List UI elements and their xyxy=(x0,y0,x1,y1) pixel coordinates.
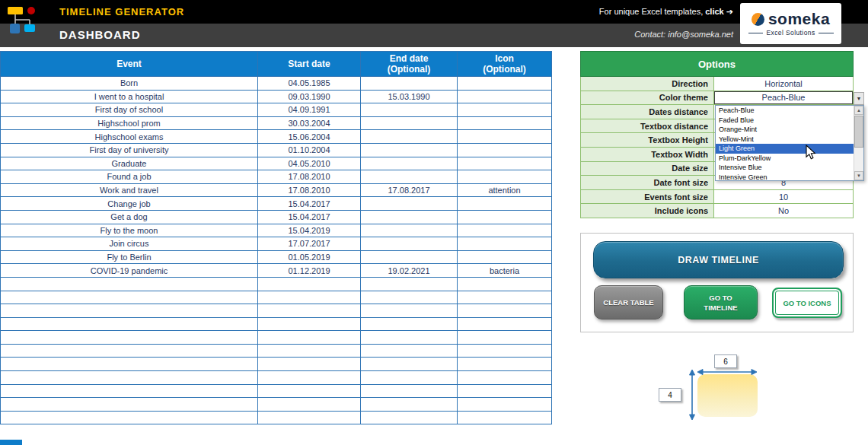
dropdown-item[interactable]: Light Green xyxy=(716,144,854,154)
dropdown-item[interactable]: Intensive Green xyxy=(716,173,854,183)
end-date-cell[interactable] xyxy=(361,371,458,385)
start-date-cell[interactable] xyxy=(258,411,361,424)
event-cell[interactable]: Change job xyxy=(1,197,258,211)
end-date-cell[interactable] xyxy=(361,224,458,237)
end-date-cell[interactable] xyxy=(361,358,458,371)
event-cell[interactable]: First day of university xyxy=(1,143,258,157)
start-date-cell[interactable]: 17.08.2010 xyxy=(258,183,361,197)
icon-cell[interactable] xyxy=(458,398,552,412)
end-date-cell[interactable] xyxy=(361,210,458,224)
event-cell[interactable] xyxy=(1,331,258,345)
event-cell[interactable]: COVID-19 pandemic xyxy=(1,264,258,278)
icon-cell[interactable] xyxy=(458,291,552,304)
scroll-down-button[interactable]: ▼ xyxy=(854,171,863,180)
event-cell[interactable] xyxy=(1,277,258,291)
icon-cell[interactable] xyxy=(458,277,552,291)
event-cell[interactable] xyxy=(1,358,258,371)
icon-cell[interactable] xyxy=(458,143,552,157)
someka-logo[interactable]: someka Excel Solutions xyxy=(740,3,841,44)
start-date-cell[interactable] xyxy=(258,344,361,358)
end-date-cell[interactable] xyxy=(361,331,458,345)
go-to-timeline-button[interactable]: GO TO TIMELINE xyxy=(684,285,758,319)
option-value-include-icons[interactable]: No xyxy=(714,204,854,218)
icon-cell[interactable] xyxy=(458,197,552,211)
icon-cell[interactable] xyxy=(458,250,552,264)
icon-cell[interactable]: attention xyxy=(458,183,552,197)
event-cell[interactable]: Join circus xyxy=(1,237,258,251)
start-date-cell[interactable] xyxy=(258,384,361,398)
event-cell[interactable] xyxy=(1,384,258,398)
start-date-cell[interactable] xyxy=(258,371,361,385)
end-date-cell[interactable] xyxy=(361,130,458,144)
event-cell[interactable]: Graduate xyxy=(1,157,258,170)
end-date-cell[interactable] xyxy=(361,277,458,291)
event-cell[interactable]: I went to a hospital xyxy=(1,90,258,103)
start-date-cell[interactable]: 04.05.1985 xyxy=(258,77,361,91)
icon-cell[interactable] xyxy=(458,103,552,117)
icon-cell[interactable] xyxy=(458,371,552,385)
draw-timeline-button[interactable]: DRAW TIMELINE xyxy=(593,241,844,278)
start-date-cell[interactable] xyxy=(258,317,361,331)
dropdown-scrollbar[interactable]: ▲ ▼ xyxy=(854,106,863,180)
end-date-cell[interactable]: 19.02.2021 xyxy=(361,264,458,278)
icon-cell[interactable] xyxy=(458,331,552,345)
end-date-cell[interactable] xyxy=(361,157,458,170)
event-cell[interactable] xyxy=(1,304,258,318)
icon-cell[interactable] xyxy=(458,358,552,371)
end-date-cell[interactable] xyxy=(361,250,458,264)
end-date-cell[interactable] xyxy=(361,103,458,117)
start-date-cell[interactable]: 15.04.2017 xyxy=(258,197,361,211)
end-date-cell[interactable] xyxy=(361,170,458,184)
clear-table-button[interactable]: CLEAR TABLE xyxy=(594,285,663,319)
dropdown-item[interactable]: Intensive Blue xyxy=(716,163,854,173)
icon-cell[interactable] xyxy=(458,90,552,103)
start-date-cell[interactable]: 15.04.2017 xyxy=(258,210,361,224)
event-cell[interactable] xyxy=(1,398,258,412)
option-value-color-theme[interactable]: Peach-Blue xyxy=(714,91,854,105)
event-cell[interactable]: First day of school xyxy=(1,103,258,117)
icon-cell[interactable] xyxy=(458,411,552,424)
event-cell[interactable]: Fly to the moon xyxy=(1,224,258,237)
start-date-cell[interactable]: 04.05.2010 xyxy=(258,157,361,170)
icon-cell[interactable]: bacteria xyxy=(458,264,552,278)
start-date-cell[interactable]: 17.08.2010 xyxy=(258,170,361,184)
icon-cell[interactable] xyxy=(458,384,552,398)
event-cell[interactable] xyxy=(1,344,258,358)
start-date-cell[interactable] xyxy=(258,304,361,318)
end-date-cell[interactable] xyxy=(361,317,458,331)
start-date-cell[interactable] xyxy=(258,331,361,345)
option-value-events-font-size[interactable]: 10 xyxy=(714,190,854,204)
dropdown-item[interactable]: Plum-DarkYellow xyxy=(716,154,854,164)
start-date-cell[interactable]: 09.03.1990 xyxy=(258,90,361,103)
promo-click-link[interactable]: click xyxy=(705,7,723,16)
icon-cell[interactable] xyxy=(458,344,552,358)
icon-cell[interactable] xyxy=(458,170,552,184)
option-value-direction[interactable]: Horizontal xyxy=(714,77,854,91)
event-cell[interactable]: Born xyxy=(1,77,258,91)
end-date-cell[interactable] xyxy=(361,384,458,398)
event-cell[interactable]: Highschool prom xyxy=(1,116,258,130)
icon-cell[interactable] xyxy=(458,224,552,237)
dropdown-item[interactable]: Faded Blue xyxy=(716,116,854,126)
icon-cell[interactable] xyxy=(458,237,552,251)
dropdown-item[interactable]: Peach-Blue xyxy=(716,106,854,116)
start-date-cell[interactable]: 30.03.2004 xyxy=(258,116,361,130)
end-date-cell[interactable] xyxy=(361,197,458,211)
end-date-cell[interactable] xyxy=(361,304,458,318)
start-date-cell[interactable] xyxy=(258,277,361,291)
icon-cell[interactable] xyxy=(458,304,552,318)
icon-cell[interactable] xyxy=(458,77,552,91)
event-cell[interactable] xyxy=(1,411,258,424)
scroll-thumb[interactable] xyxy=(854,116,863,148)
icon-cell[interactable] xyxy=(458,116,552,130)
end-date-cell[interactable]: 15.03.1990 xyxy=(361,90,458,103)
start-date-cell[interactable]: 01.10.2004 xyxy=(258,143,361,157)
event-cell[interactable] xyxy=(1,291,258,304)
event-cell[interactable]: Fly to Berlin xyxy=(1,250,258,264)
end-date-cell[interactable] xyxy=(361,411,458,424)
start-date-cell[interactable]: 15.04.2019 xyxy=(258,224,361,237)
icon-cell[interactable] xyxy=(458,210,552,224)
start-date-cell[interactable]: 01.05.2019 xyxy=(258,250,361,264)
icon-cell[interactable] xyxy=(458,317,552,331)
start-date-cell[interactable] xyxy=(258,291,361,304)
